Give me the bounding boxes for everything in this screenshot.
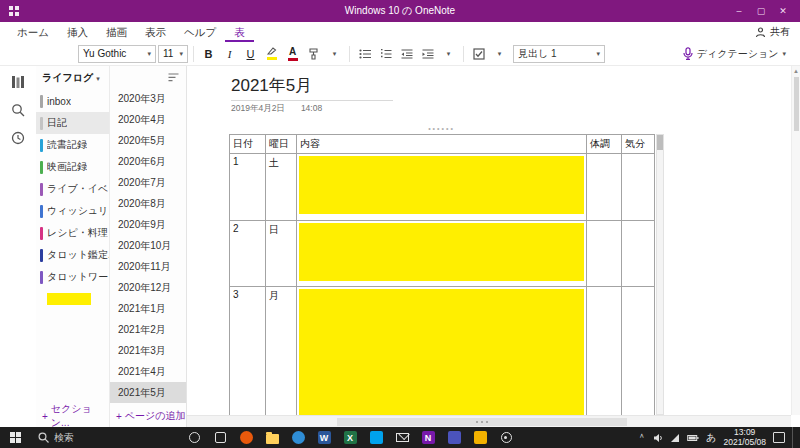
minimize-button[interactable]: – xyxy=(728,0,750,22)
format-painter-button[interactable] xyxy=(304,44,323,64)
tab-ホーム[interactable]: ホーム xyxy=(8,22,58,42)
bold-button[interactable]: B xyxy=(199,44,218,64)
cell-day[interactable]: 日 xyxy=(266,221,297,287)
edge-taskbar-button[interactable] xyxy=(290,430,306,446)
section-item-日記[interactable]: 日記 xyxy=(36,112,109,134)
outdent-button[interactable] xyxy=(397,44,416,64)
dictation-button[interactable]: ディクテーション ▾ xyxy=(683,47,790,61)
underline-button[interactable]: U xyxy=(241,44,260,64)
battery-icon[interactable] xyxy=(687,434,699,442)
section-item-untitled[interactable] xyxy=(36,288,109,310)
cell-day[interactable]: 月 xyxy=(266,287,297,416)
page-canvas[interactable]: 2021年5月 2019年4月2日 14:08 •••••• 日付曜日内容体調気… xyxy=(187,66,800,427)
taskbar-clock[interactable]: 13:09 2021/05/08 xyxy=(723,428,766,448)
cell-mood[interactable] xyxy=(622,221,655,287)
page-item-2021年5月[interactable]: 2021年5月 xyxy=(110,382,186,403)
section-item-ウィッシュリスト[interactable]: ウィッシュリスト xyxy=(36,200,109,222)
close-button[interactable]: ✕ xyxy=(772,0,794,22)
notebook-header[interactable]: ライフログ ▾ xyxy=(36,66,109,90)
cortana-taskbar-button[interactable] xyxy=(186,430,202,446)
page-item-2020年12月[interactable]: 2020年12月 xyxy=(110,277,186,298)
start-button[interactable] xyxy=(0,427,30,448)
store-taskbar-button[interactable] xyxy=(368,430,384,446)
word-taskbar-button[interactable]: W xyxy=(316,430,332,446)
network-icon[interactable] xyxy=(670,433,680,443)
cell-mood[interactable] xyxy=(622,287,655,416)
section-item-タロット鑑定...[interactable]: タロット鑑定... xyxy=(36,244,109,266)
speaker-icon[interactable] xyxy=(653,433,663,443)
page-item-2021年2月[interactable]: 2021年2月 xyxy=(110,319,186,340)
page-item-2020年5月[interactable]: 2020年5月 xyxy=(110,130,186,151)
notebooks-button[interactable] xyxy=(10,74,26,90)
cell-content[interactable] xyxy=(297,154,587,221)
section-item-レシピ・料理[interactable]: レシピ・料理 xyxy=(36,222,109,244)
tag-options-button[interactable]: ▾ xyxy=(490,44,509,64)
numbered-list-button[interactable] xyxy=(376,44,395,64)
highlighter-button[interactable] xyxy=(262,44,281,64)
scroll-up-arrow-icon[interactable]: ▲ xyxy=(792,66,800,76)
mail-taskbar-button[interactable] xyxy=(394,430,410,446)
file-explorer-taskbar-button[interactable] xyxy=(264,430,280,446)
tab-表示[interactable]: 表示 xyxy=(136,22,175,42)
cell-day[interactable]: 土 xyxy=(266,154,297,221)
cell-content[interactable] xyxy=(297,287,587,416)
more-formatting-button[interactable]: ▾ xyxy=(325,44,344,64)
show-desktop-button[interactable] xyxy=(792,427,797,448)
maximize-button[interactable]: ▢ xyxy=(750,0,772,22)
paragraph-style-select[interactable]: 見出し 1 ▾ xyxy=(513,45,605,63)
page-item-2020年7月[interactable]: 2020年7月 xyxy=(110,172,186,193)
hidden-icons-button[interactable]: ＾ xyxy=(637,431,646,444)
tab-描画[interactable]: 描画 xyxy=(97,22,136,42)
indent-button[interactable] xyxy=(418,44,437,64)
taskbar-search[interactable]: 検索 xyxy=(30,427,82,448)
section-item-ライブ・イベン...[interactable]: ライブ・イベン... xyxy=(36,178,109,200)
excel-taskbar-button[interactable]: X xyxy=(342,430,358,446)
cell-content[interactable] xyxy=(297,221,587,287)
cell-condition[interactable] xyxy=(587,154,622,221)
tab-表[interactable]: 表 xyxy=(225,22,254,42)
vertical-scrollbar[interactable]: ▲ xyxy=(791,66,800,415)
page-item-2020年4月[interactable]: 2020年4月 xyxy=(110,109,186,130)
section-item-タロットワーク[interactable]: タロットワーク xyxy=(36,266,109,288)
page-item-2020年3月[interactable]: 2020年3月 xyxy=(110,88,186,109)
horizontal-scrollbar-thumb[interactable] xyxy=(337,418,627,426)
cell-condition[interactable] xyxy=(587,221,622,287)
onenote-taskbar-button[interactable]: N xyxy=(420,430,436,446)
todo-tag-button[interactable] xyxy=(469,44,488,64)
section-item-映画記録[interactable]: 映画記録 xyxy=(36,156,109,178)
share-button[interactable]: 共有 xyxy=(755,22,790,42)
font-name-select[interactable]: Yu Gothic ▾ xyxy=(78,45,156,63)
page-item-2020年8月[interactable]: 2020年8月 xyxy=(110,193,186,214)
indent-options-button[interactable]: ▾ xyxy=(439,44,458,64)
settings-taskbar-button[interactable] xyxy=(498,430,514,446)
cell-date[interactable]: 2 xyxy=(230,221,266,287)
italic-button[interactable]: I xyxy=(220,44,239,64)
bulleted-list-button[interactable] xyxy=(355,44,374,64)
search-button[interactable] xyxy=(10,102,26,118)
add-page-button[interactable]: + ページの追加 xyxy=(110,405,186,427)
table-scrollbar[interactable] xyxy=(656,134,664,415)
photos-taskbar-button[interactable] xyxy=(472,430,488,446)
task-view-taskbar-button[interactable] xyxy=(212,430,228,446)
page-item-2020年6月[interactable]: 2020年6月 xyxy=(110,151,186,172)
page-item-2020年11月[interactable]: 2020年11月 xyxy=(110,256,186,277)
sort-pages-icon[interactable] xyxy=(168,73,179,82)
ime-indicator[interactable]: あ xyxy=(706,431,716,445)
horizontal-scrollbar[interactable] xyxy=(187,415,791,427)
page-item-2020年10月[interactable]: 2020年10月 xyxy=(110,235,186,256)
page-title[interactable]: 2021年5月 xyxy=(231,74,393,101)
cell-condition[interactable] xyxy=(587,287,622,416)
cell-date[interactable]: 1 xyxy=(230,154,266,221)
section-item-inbox[interactable]: inbox xyxy=(36,90,109,112)
tab-ヘルプ[interactable]: ヘルプ xyxy=(175,22,225,42)
vertical-scrollbar-thumb[interactable] xyxy=(794,77,799,131)
page-item-2020年9月[interactable]: 2020年9月 xyxy=(110,214,186,235)
table-drag-handle[interactable]: •••••• xyxy=(229,126,654,134)
add-section-button[interactable]: + セクション... xyxy=(36,405,109,427)
browser-taskbar-button[interactable] xyxy=(238,430,254,446)
tab-挿入[interactable]: 挿入 xyxy=(58,22,97,42)
cell-date[interactable]: 3 xyxy=(230,287,266,416)
table-scrollbar-thumb[interactable] xyxy=(657,135,663,150)
action-center-icon[interactable] xyxy=(773,432,785,443)
font-color-button[interactable]: A xyxy=(283,44,302,64)
